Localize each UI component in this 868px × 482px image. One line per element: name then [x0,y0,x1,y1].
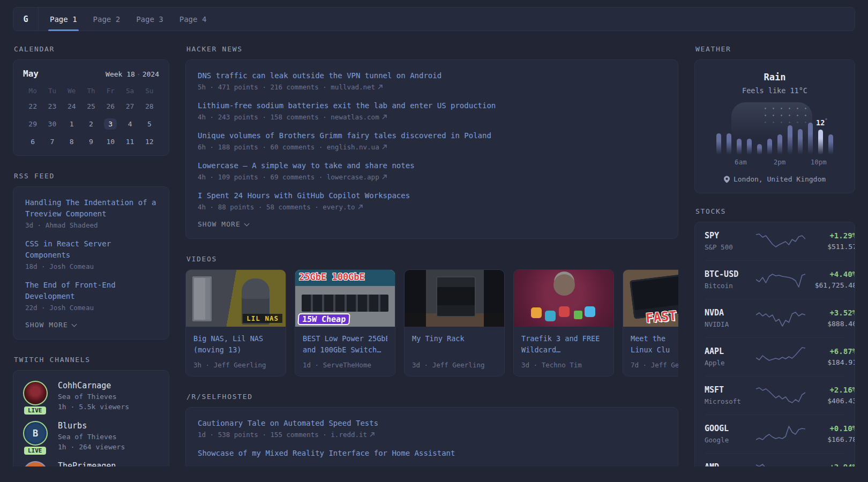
tab-page-4[interactable]: Page 4 [179,7,207,31]
video-thumbnail[interactable] [514,270,613,327]
calendar-dow: Th [81,87,101,95]
video-thumbnail[interactable] [405,270,504,327]
video-title[interactable]: Traefik 3 and FREEWildcard… [521,333,606,355]
rss-show-more[interactable]: SHOW MORE [25,321,157,329]
external-link-icon [382,175,387,179]
weather-bar [727,133,731,155]
calendar-week-number: Week 18 [106,70,135,78]
stock-info: GOOGLGoogle [705,424,752,444]
video-card[interactable]: Traefik 3 and FREEWildcard…3d · Techno T… [513,269,614,376]
video-card[interactable]: 25GbE 100GbE15W CheapBEST Low Power 25Gb… [295,269,395,376]
app-logo[interactable]: G [13,7,39,31]
stock-row[interactable]: MSFTMicrosoft+2.16%$406.43 [705,376,845,415]
rss-title[interactable]: CSS in React Server Components [25,238,157,261]
hn-show-more[interactable]: SHOW MORE [198,220,666,228]
rss-meta: 18d · Josh Comeau [25,262,157,270]
video-thumbnail[interactable]: FAST [623,270,678,327]
reddit-title[interactable]: Cautionary Tale on Automated Speed Tests [198,418,666,429]
chevron-down-icon [71,321,77,327]
thumbnail-text: 25GbE 100GbE [299,272,365,282]
stock-change: +2.16% [810,386,855,394]
weather-bar [757,144,762,155]
calendar-day-number: 29 [28,120,37,128]
hn-meta-text: 5h · 471 points · 216 comments · mullvad… [198,83,375,91]
twitch-channel[interactable]: LIVECohhCarnageSea of Thieves1h · 5.5k v… [23,381,159,411]
weather-hour-label: 2pm [774,158,786,166]
hn-meta: 4h · 243 points · 158 comments · newatla… [198,113,666,121]
nav-tabs: Page 1Page 2Page 3Page 4 [39,7,206,31]
stock-row[interactable]: GOOGLGoogle+0.10%$166.78 [705,415,845,453]
calendar-day-today: 3 [101,117,120,130]
stock-row[interactable]: AAPLApple+6.87%$184.91 [705,337,845,376]
rss-title[interactable]: The End of Front-End Development [25,280,157,302]
video-title[interactable]: Meet theLinux Clu [631,333,678,355]
tab-page-1[interactable]: Page 1 [50,7,77,31]
reddit-widget: Cautionary Tale on Automated Speed Tests… [185,407,678,466]
calendar-day: 2 [81,117,101,130]
thumbnail-shade [514,270,613,327]
degree-symbol: ° [825,118,827,123]
twitch-channel[interactable]: BLIVEBlurbsSea of Thieves1h · 264 viewer… [23,421,159,451]
hn-item: Lowercase – A simple way to take and sha… [198,160,666,181]
rss-section-label: RSS FEED [14,172,169,180]
calendar-day-number: 6 [31,138,35,146]
calendar-day-number: 10 [106,138,115,146]
stock-row[interactable]: BTC-USDBitcoin+4.40%$61,725.48 [705,260,845,299]
calendar-day: 25 [81,100,101,112]
hn-title[interactable]: Lithium-free sodium batteries exit the l… [198,100,666,111]
tab-page-3[interactable]: Page 3 [136,7,163,31]
video-title-line: Wildcard… [521,344,606,356]
twitch-channel-name[interactable]: Blurbs [58,421,125,431]
video-card[interactable]: LIL NASBig NAS, Lil NAS(moving 13)3h · J… [185,269,286,376]
calendar-day: 26 [101,100,120,112]
hn-title[interactable]: I Spent 24 Hours with GitHub Copilot Wor… [198,190,666,201]
stock-row[interactable]: AMDAMD+2.94%$150.45 [705,453,845,466]
stock-name: Google [705,436,752,444]
right-column: WEATHER Rain Feels like 11°C 12° 6am2pm1… [694,45,855,466]
video-card[interactable]: My Tiny Rack3d · Jeff Geerling [404,269,505,376]
hn-item: I Spent 24 Hours with GitHub Copilot Wor… [198,190,666,211]
stock-row[interactable]: SPYS&P 500+1.29%$511.57 [705,222,845,260]
video-title[interactable]: BEST Low Power 25GbEand 100GbE Switch… [303,333,387,355]
twitch-channel-game: Sea of Thieves [58,393,129,401]
calendar-day-number: 11 [126,138,134,146]
video-thumbnail[interactable]: LIL NAS [186,270,286,327]
hn-title[interactable]: DNS traffic can leak outside the VPN tun… [198,70,666,81]
video-meta: 3d · Jeff Geerling [412,361,497,369]
hn-item: Unique volumes of Brothers Grimm fairy t… [198,130,666,151]
calendar-day-number: 3 [104,118,117,130]
calendar-dow: Su [140,87,159,95]
calendar-day: 28 [140,100,159,112]
sparkline-chart [756,306,805,330]
stock-info: SPYS&P 500 [705,231,752,251]
stock-price: $511.57 [810,243,855,251]
tab-page-2[interactable]: Page 2 [93,7,121,31]
twitch-channel-name[interactable]: ThePrimeagen [58,461,116,466]
video-thumbnail[interactable]: 25GbE 100GbE15W Cheap [295,270,395,327]
rss-title[interactable]: Handling The Indentation of a Treeview C… [25,197,157,220]
video-card[interactable]: FASTMeet theLinux Clu7d · Jeff Geerling [623,269,678,376]
calendar-widget: May Week 18·2024 MoTuWeThFrSaSu222324252… [13,59,169,156]
stock-info: AMDAMD [705,462,752,466]
hn-title[interactable]: Unique volumes of Brothers Grimm fairy t… [198,130,666,141]
video-title[interactable]: Big NAS, Lil NAS(moving 13) [193,333,278,355]
calendar-day-number: 22 [28,102,37,110]
stock-row[interactable]: NVDANVIDIA+3.52%$888.40 [705,299,845,337]
twitch-channel-info: ThePrimeagen [58,461,116,466]
calendar-dow: Sa [120,87,139,95]
twitch-channel[interactable]: ThePrimeagen [23,461,159,466]
stock-price: $61,725.48 [810,281,855,289]
hn-title[interactable]: Lowercase – A simple way to take and sha… [198,160,666,171]
weather-bar-current: 12° [818,130,823,155]
external-link-icon [378,85,383,89]
rss-list: Handling The Indentation of a Treeview C… [25,197,157,312]
stock-info: BTC-USDBitcoin [705,269,752,290]
stock-symbol: SPY [705,231,752,240]
stock-values: +0.10%$166.78 [810,424,855,443]
twitch-avatar [23,461,48,466]
stock-sparkline [756,383,805,407]
reddit-title[interactable]: Showcase of my Mixed Reality Interface f… [198,448,666,459]
video-title[interactable]: My Tiny Rack [412,333,497,355]
twitch-channel-name[interactable]: CohhCarnage [58,381,129,390]
twitch-channel-info: CohhCarnageSea of Thieves1h · 5.5k viewe… [58,381,129,411]
